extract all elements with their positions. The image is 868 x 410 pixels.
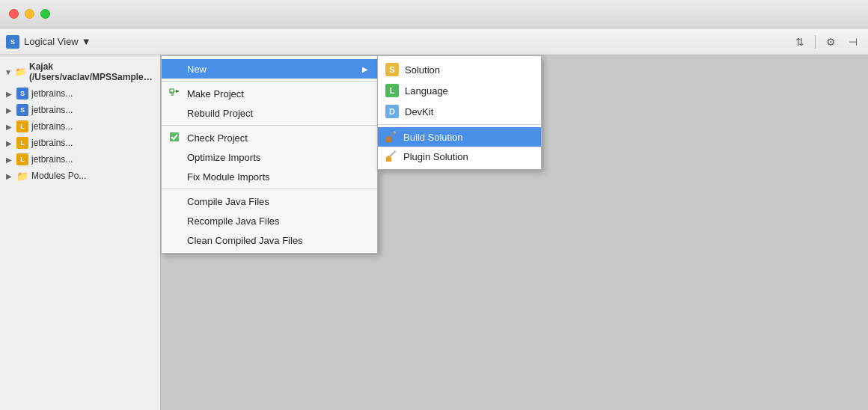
traffic-lights bbox=[9, 9, 50, 19]
check-project-label: Check Project bbox=[187, 132, 368, 144]
separator-3 bbox=[162, 189, 377, 189]
solution-icon-1: S bbox=[16, 104, 28, 116]
item-label-2: jetbrains... bbox=[31, 121, 73, 132]
new-icon bbox=[169, 63, 181, 75]
tree-item-4[interactable]: ▶ L jetbrains... bbox=[0, 151, 160, 168]
menu-item-recompile-java[interactable]: Recompile Java Files bbox=[162, 211, 377, 230]
compile-java-label: Compile Java Files bbox=[187, 196, 368, 207]
tree-item-1[interactable]: ▶ S jetbrains... bbox=[0, 102, 160, 118]
recompile-java-icon bbox=[169, 215, 181, 227]
modules-label: Modules Po... bbox=[31, 171, 86, 181]
submenu-separator bbox=[378, 124, 541, 125]
separator-1 bbox=[162, 81, 377, 82]
language-label: Language bbox=[405, 85, 448, 97]
solution-label: Solution bbox=[405, 64, 440, 76]
submenu-item-solution[interactable]: S Solution bbox=[378, 59, 541, 80]
svg-line-12 bbox=[390, 153, 394, 156]
svg-rect-11 bbox=[388, 156, 391, 158]
menu-item-optimize-imports[interactable]: Optimize Imports bbox=[162, 147, 377, 167]
optimize-imports-icon bbox=[169, 151, 181, 163]
svg-rect-10 bbox=[386, 157, 391, 162]
svg-point-14 bbox=[394, 151, 396, 153]
make-project-label: Make Project bbox=[187, 88, 368, 100]
make-project-icon: 01 10 bbox=[169, 88, 181, 100]
recompile-java-label: Recompile Java Files bbox=[187, 215, 368, 227]
submenu-item-language[interactable]: L Language bbox=[378, 80, 541, 101]
expand-icon: ▶ bbox=[6, 106, 13, 114]
fix-imports-icon bbox=[169, 171, 181, 183]
submenu: S Solution L Language D DevKit Bui bbox=[377, 55, 542, 170]
build-solution-label: Build Solution bbox=[403, 132, 463, 143]
item-label-3: jetbrains... bbox=[31, 138, 73, 148]
tree-item-3[interactable]: ▶ L jetbrains... bbox=[0, 135, 160, 151]
view-selector[interactable]: Logical View ▼ bbox=[24, 36, 91, 47]
menu-item-compile-java[interactable]: Compile Java Files bbox=[162, 192, 377, 211]
plugin-solution-icon bbox=[385, 150, 397, 162]
submenu-arrow-icon: ▶ bbox=[362, 65, 368, 73]
submenu-item-build-solution[interactable]: Build Solution bbox=[378, 127, 541, 147]
root-label: Kajak (/Users/vaclav/MPSSamples_3_2/robo… bbox=[29, 61, 156, 82]
language-icon-3: L bbox=[16, 137, 28, 149]
sliders-icon[interactable]: ⇅ bbox=[791, 33, 809, 51]
svg-point-9 bbox=[394, 131, 397, 134]
submenu-item-devkit[interactable]: D DevKit bbox=[378, 101, 541, 122]
modules-folder-icon: 📁 bbox=[16, 170, 28, 182]
submenu-item-plugin-solution[interactable]: Plugin Solution bbox=[378, 147, 541, 166]
solution-icon-0: S bbox=[16, 88, 28, 100]
separator-2 bbox=[162, 125, 377, 126]
devkit-label: DevKit bbox=[405, 106, 433, 117]
svg-rect-7 bbox=[388, 136, 391, 138]
svg-rect-6 bbox=[386, 138, 391, 142]
tree-item-0[interactable]: ▶ S jetbrains... bbox=[0, 85, 160, 102]
tree-item-modules[interactable]: ▶ 📁 Modules Po... bbox=[0, 168, 160, 184]
expand-icon: ▶ bbox=[6, 90, 13, 98]
expand-icon: ▶ bbox=[6, 123, 13, 131]
titlebar bbox=[0, 0, 868, 28]
menu-item-fix-module-imports[interactable]: Fix Module Imports bbox=[162, 167, 377, 186]
toolbar: S Logical View ▼ ⇅ ⚙ ⊣ bbox=[0, 28, 868, 55]
expand-icon: ▶ bbox=[6, 172, 13, 180]
build-solution-icon bbox=[385, 131, 397, 143]
menu-item-clean-java[interactable]: Clean Compiled Java Files bbox=[162, 230, 377, 250]
compile-java-icon bbox=[169, 195, 181, 207]
close-button[interactable] bbox=[9, 9, 19, 19]
language-icon: L bbox=[385, 84, 399, 97]
expand-icon: ▶ bbox=[6, 156, 13, 164]
maximize-button[interactable] bbox=[40, 9, 50, 19]
item-label-1: jetbrains... bbox=[31, 105, 73, 115]
item-label-4: jetbrains... bbox=[31, 154, 73, 165]
solution-icon: S bbox=[385, 63, 399, 76]
separator bbox=[815, 35, 816, 49]
menu-item-rebuild-project[interactable]: Rebuild Project bbox=[162, 103, 377, 123]
optimize-imports-label: Optimize Imports bbox=[187, 152, 368, 163]
menu-item-make-project[interactable]: 01 10 Make Project bbox=[162, 84, 377, 103]
rebuild-label: Rebuild Project bbox=[187, 108, 368, 119]
plugin-solution-label: Plugin Solution bbox=[403, 151, 468, 162]
tree-root[interactable]: ▼ 📁 Kajak (/Users/vaclav/MPSSamples_3_2/… bbox=[0, 58, 160, 85]
view-label: Logical View bbox=[24, 36, 79, 47]
gear-icon[interactable]: ⚙ bbox=[822, 33, 840, 51]
app-logo: S bbox=[6, 35, 19, 49]
menu-item-check-project[interactable]: Check Project bbox=[162, 128, 377, 147]
minimize-button[interactable] bbox=[25, 9, 34, 19]
svg-text:10: 10 bbox=[171, 93, 174, 97]
expand-icon: ▶ bbox=[6, 139, 13, 147]
language-icon-4: L bbox=[16, 153, 28, 165]
new-label: New bbox=[187, 64, 356, 75]
language-icon-2: L bbox=[16, 120, 28, 132]
menu-item-new[interactable]: New ▶ bbox=[162, 59, 377, 79]
tree-expand-arrow: ▼ bbox=[4, 68, 12, 76]
svg-rect-5 bbox=[170, 132, 179, 141]
tree-item-2[interactable]: ▶ L jetbrains... bbox=[0, 118, 160, 135]
sidebar: ▼ 📁 Kajak (/Users/vaclav/MPSSamples_3_2/… bbox=[0, 55, 161, 410]
svg-line-8 bbox=[390, 133, 394, 137]
rebuild-icon bbox=[169, 107, 181, 119]
folder-icon: 📁 bbox=[15, 66, 26, 78]
chevron-down-icon: ▼ bbox=[82, 36, 91, 47]
svg-marker-4 bbox=[176, 90, 180, 93]
pin-icon[interactable]: ⊣ bbox=[844, 33, 862, 51]
check-project-icon bbox=[169, 132, 181, 144]
context-menu: New ▶ 01 10 Make Project Rebuild Project bbox=[161, 55, 378, 254]
main-area: ▼ 📁 Kajak (/Users/vaclav/MPSSamples_3_2/… bbox=[0, 55, 868, 410]
devkit-icon: D bbox=[385, 105, 399, 118]
